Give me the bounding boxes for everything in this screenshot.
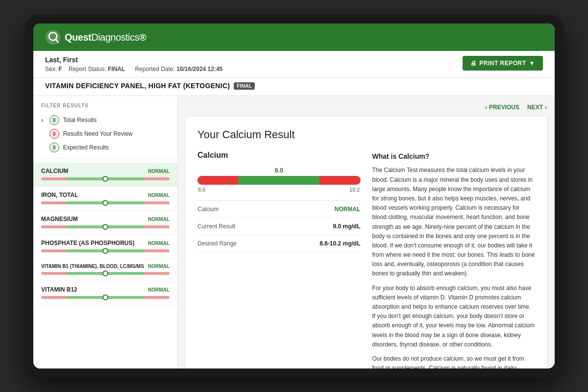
current-result-label: Current Result [197, 223, 235, 230]
header-bar: QuestDiagnostics® [33, 24, 555, 51]
calcium-status: NORMAL [148, 169, 170, 174]
gauge-bar [197, 176, 361, 185]
test-name-row: Calcium NORMAL [197, 201, 361, 218]
chevron-left-icon: ‹ [485, 104, 487, 111]
panel-title: VITAMIN DEFICIENCY PANEL, HIGH FAT (KETO… [45, 82, 543, 90]
info-paragraph-3: Our bodies do not produce calcium, so we… [372, 354, 536, 368]
sidebar-result-vitb12[interactable]: VITAMIN B12 NORMAL [33, 281, 177, 305]
desired-range-label: Desired Range [197, 240, 237, 247]
sex-label: Sex: [45, 66, 57, 73]
result-card-right: What is Calcium? The Calcium Test measur… [372, 151, 536, 368]
logo-text: QuestDiagnostics® [65, 32, 146, 43]
review-results-badge: 0 [49, 129, 59, 139]
logo: QuestDiagnostics® [45, 29, 146, 45]
print-report-button[interactable]: 🖨 PRINT REPORT ▼ [463, 56, 543, 71]
gauge-chart: 9.0 8.6 10.2 [197, 167, 361, 193]
filter-label: FILTER RESULTS [33, 103, 177, 113]
sex-value: F [58, 66, 62, 73]
expected-results-label: Expected Results [63, 144, 109, 151]
phosphate-name: PHOSPHATE (AS PHOSPHORUS) [41, 240, 134, 246]
info-paragraph-1: The Calcium Test measures the total calc… [372, 166, 536, 278]
patient-meta: Sex: F Report Status: FINAL Reported Dat… [45, 66, 222, 73]
filter-total-results[interactable]: › 8 Total Results [33, 113, 177, 127]
total-results-badge: 8 [49, 115, 59, 125]
screen: QuestDiagnostics® Last, First Sex: F Rep… [33, 24, 555, 368]
desired-range-row: Desired Range 8.6-10.2 mg/dL [197, 235, 361, 252]
vitb12-name: VITAMIN B12 [41, 286, 77, 293]
patient-info-left: Last, First Sex: F Report Status: FINAL … [45, 56, 222, 73]
sidebar-result-calcium[interactable]: Calcium NORMAL [33, 163, 177, 187]
gauge-red-right [319, 176, 360, 185]
phosphate-status: NORMAL [148, 241, 170, 246]
gauge-current-value: 9.0 [197, 167, 361, 174]
right-panel: ‹ PREVIOUS NEXT › Your Calcium Result Ca… [178, 96, 555, 368]
main-content: FILTER RESULTS › 8 Total Results › 0 Res… [33, 96, 555, 368]
result-table: Calcium NORMAL Current Result 9.0 mg/dL … [197, 200, 361, 252]
result-card-left: Calcium 9.0 [197, 151, 361, 368]
info-title: What is Calcium? [372, 151, 536, 162]
date-label: Reported Date: [135, 66, 174, 73]
chevron-down-icon: ▼ [529, 60, 535, 67]
status-label: Report Status: [69, 66, 106, 73]
magnesium-name: MAGNESIUM [41, 216, 78, 222]
sidebar: FILTER RESULTS › 8 Total Results › 0 Res… [33, 96, 178, 368]
vitb12-status: NORMAL [148, 287, 170, 293]
info-paragraph-2: For your body to absorb enough calcium, … [372, 284, 536, 349]
iron-name: Iron, Total [41, 192, 78, 198]
panel-title-bar: VITAMIN DEFICIENCY PANEL, HIGH FAT (KETO… [33, 78, 555, 96]
test-status: NORMAL [335, 206, 361, 213]
gauge-green-mid [238, 176, 319, 185]
test-name-label: Calcium [197, 151, 361, 160]
quest-logo-icon [45, 29, 61, 45]
sidebar-divider [33, 158, 177, 159]
magnesium-status: NORMAL [148, 217, 170, 222]
current-result-value: 9.0 mg/dL [333, 223, 360, 230]
total-results-label: Total Results [63, 117, 97, 123]
desired-range-value: 8.6-10.2 mg/dL [319, 240, 360, 247]
expected-results-badge: 8 [49, 143, 59, 152]
result-card-body: Calcium 9.0 [197, 151, 535, 368]
sidebar-result-iron[interactable]: Iron, Total NORMAL [33, 187, 177, 211]
gauge-labels: 8.6 10.2 [197, 187, 361, 193]
gauge-low-label: 8.6 [198, 187, 205, 193]
test-name-row-label: Calcium [197, 206, 219, 213]
calcium-name: Calcium [41, 168, 68, 174]
panel-title-text: VITAMIN DEFICIENCY PANEL, HIGH FAT (KETO… [45, 82, 230, 90]
previous-label: PREVIOUS [489, 104, 519, 111]
next-button[interactable]: NEXT › [527, 104, 547, 111]
chevron-right-icon: › [545, 104, 547, 111]
result-card: Your Calcium Result Calcium 9.0 [186, 117, 547, 368]
print-button-label: PRINT REPORT [479, 60, 526, 67]
vitb1-name: VITAMIN B1 (THIAMINE), BLOOD, LC/MS/MS [41, 264, 144, 269]
gauge-high-label: 10.2 [349, 187, 360, 193]
review-results-label: Results Need Your Review [63, 130, 133, 137]
sidebar-result-vitb1[interactable]: VITAMIN B1 (THIAMINE), BLOOD, LC/MS/MS N… [33, 259, 177, 281]
device-frame: QuestDiagnostics® Last, First Sex: F Rep… [24, 15, 564, 377]
panel-status-badge: FINAL [234, 82, 255, 90]
sidebar-result-magnesium[interactable]: MAGNESIUM NORMAL [33, 211, 177, 235]
gauge-red-left [197, 176, 238, 185]
filter-expected-results[interactable]: › 8 Expected Results [33, 141, 177, 154]
patient-info-bar: Last, First Sex: F Report Status: FINAL … [33, 51, 555, 78]
chevron-right-icon: › [41, 116, 44, 124]
iron-status: NORMAL [148, 193, 170, 198]
patient-name: Last, First [45, 56, 222, 64]
filter-review-results[interactable]: › 0 Results Need Your Review [33, 127, 177, 141]
date-value: 10/16/2024 12:45 [176, 66, 222, 73]
current-result-row: Current Result 9.0 mg/dL [197, 218, 361, 235]
previous-button[interactable]: ‹ PREVIOUS [485, 104, 519, 111]
next-label: NEXT [527, 104, 543, 111]
vitb1-status: NORMAL [148, 264, 170, 269]
result-card-title: Your Calcium Result [197, 128, 535, 141]
nav-arrows: ‹ PREVIOUS NEXT › [186, 104, 547, 111]
printer-icon: 🖨 [470, 60, 477, 67]
sidebar-result-phosphate[interactable]: PHOSPHATE (AS PHOSPHORUS) NORMAL [33, 235, 177, 259]
status-value: FINAL [108, 66, 125, 73]
